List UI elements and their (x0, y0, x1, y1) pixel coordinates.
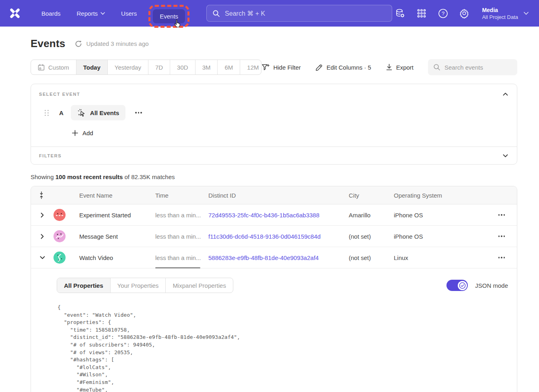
time-cell: less than a min... (155, 254, 208, 261)
date-range-30d[interactable]: 30D (170, 60, 195, 74)
json-mode-label: JSON mode (475, 282, 508, 289)
pencil-icon (315, 64, 323, 71)
time-cell: less than a min... (155, 212, 208, 219)
chevron-up-icon (503, 93, 508, 96)
table-header-row: Event Name Time Distinct ID City Operati… (31, 186, 517, 204)
check-circle-icon (459, 282, 466, 289)
os-cell: Linux (394, 254, 486, 261)
date-range-label: Yesterday (115, 64, 141, 71)
column-header-os[interactable]: Operating System (394, 192, 486, 199)
svg-text:?: ? (442, 10, 444, 17)
tab-your-properties[interactable]: Your Properties (111, 278, 166, 293)
horizontal-scrollbar-thumb[interactable] (155, 267, 200, 268)
json-mode-toggle[interactable] (446, 280, 468, 291)
date-range-control: Custom Today Yesterday 7D 30D 3M 6M 12M (31, 60, 261, 75)
distinct-id-link[interactable]: f11c30d6-dc6d-4518-9136-0d046159c84d (208, 233, 349, 240)
search-icon (433, 64, 440, 71)
apps-grid-icon[interactable] (416, 8, 427, 19)
date-range-label: 12M (247, 64, 259, 71)
date-range-label: 7D (155, 64, 163, 71)
distinct-id-link[interactable]: 72d49553-25fc-4f0c-b436-1b5ac6ab3388 (208, 212, 349, 219)
sort-icon[interactable] (31, 191, 53, 199)
mixpanel-logo-icon[interactable] (9, 7, 21, 19)
date-range-today[interactable]: Today (76, 60, 108, 74)
nav-item-label: Users (121, 10, 137, 17)
distinct-id-link[interactable]: 5886283e-e9fb-48fb-81de-40e9093a2af4 (208, 254, 349, 261)
date-range-label: Today (83, 64, 101, 71)
drag-handle[interactable] (45, 110, 49, 116)
collapse-select-event-button[interactable] (503, 93, 508, 96)
event-name-cell: Watch Video (79, 254, 155, 261)
select-event-label: SELECT EVENT (39, 92, 80, 97)
add-event-button[interactable]: Add (72, 130, 508, 136)
refresh-icon[interactable] (75, 40, 82, 47)
help-icon[interactable]: ? (438, 8, 448, 19)
plus-icon (72, 130, 78, 136)
row-more-options-icon[interactable] (496, 212, 508, 218)
expand-filters-button[interactable] (503, 154, 508, 157)
table-row-expanded[interactable]: Watch Video less than a min... 5886283e-… (31, 247, 517, 268)
event-json-view: { "event": "Watch Video", "properties": … (58, 304, 508, 392)
export-button[interactable]: Export (386, 64, 414, 71)
events-nav-highlight-annotation: Events (148, 5, 189, 28)
events-table: Event Name Time Distinct ID City Operati… (31, 186, 517, 392)
os-cell: iPhone OS (394, 212, 486, 219)
hide-filter-label: Hide Filter (273, 64, 300, 71)
hand-cursor-icon (173, 19, 182, 29)
tab-all-properties[interactable]: All Properties (57, 278, 111, 293)
event-row-letter: A (59, 109, 64, 116)
row-more-options-icon[interactable] (496, 233, 508, 239)
date-range-12m[interactable]: 12M (240, 60, 261, 74)
chevron-right-icon (41, 234, 44, 239)
expand-row-button[interactable] (31, 234, 53, 239)
edit-columns-button[interactable]: Edit Columns · 5 (315, 64, 371, 71)
date-range-yesterday[interactable]: Yesterday (108, 60, 148, 74)
table-row[interactable]: Experiment Started less than a min... 72… (31, 204, 517, 226)
time-cell: less than a min... (155, 233, 208, 240)
column-header-distinct-id[interactable]: Distinct ID (208, 192, 349, 199)
data-management-icon[interactable] (395, 8, 405, 19)
date-range-6m[interactable]: 6M (218, 60, 240, 74)
date-range-custom[interactable]: Custom (31, 60, 76, 74)
query-builder-card: SELECT EVENT A (31, 84, 517, 165)
top-navbar: Boards Reports Users Events Search ⌘ + K (0, 0, 539, 27)
event-avatar-icon (53, 252, 66, 264)
row-more-options-icon[interactable] (496, 254, 508, 261)
filter-funnel-icon (261, 64, 270, 71)
settings-gear-icon[interactable] (459, 8, 469, 19)
project-selector[interactable]: Media All Project Data (482, 6, 529, 21)
hide-filter-button[interactable]: Hide Filter (261, 64, 300, 71)
calendar-icon (38, 64, 45, 71)
date-range-7d[interactable]: 7D (148, 60, 170, 74)
column-header-time[interactable]: Time (155, 192, 208, 199)
project-scope: All Project Data (482, 14, 518, 21)
nav-item-users[interactable]: Users (115, 6, 143, 21)
table-row[interactable]: Message Sent less than a min... f11c30d6… (31, 226, 517, 247)
event-avatar-icon (53, 230, 66, 242)
nav-item-label: Boards (41, 10, 61, 17)
column-header-event-name[interactable]: Event Name (79, 192, 155, 199)
event-row-more-options-icon[interactable] (133, 109, 144, 116)
search-events-input[interactable]: Search events (428, 59, 517, 75)
expand-row-button[interactable] (31, 213, 53, 218)
nav-item-boards[interactable]: Boards (35, 6, 67, 21)
column-header-city[interactable]: City (349, 192, 394, 199)
magic-pointer-icon (77, 108, 86, 117)
date-range-label: 30D (177, 64, 188, 71)
global-search-input[interactable]: Search ⌘ + K (206, 5, 392, 22)
city-cell: (not set) (349, 254, 394, 261)
project-name: Media (482, 6, 518, 14)
tab-mixpanel-properties[interactable]: Mixpanel Properties (166, 278, 233, 293)
nav-item-reports[interactable]: Reports (71, 6, 111, 21)
event-name-cell: Experiment Started (79, 212, 155, 219)
event-name-cell: Message Sent (79, 233, 155, 240)
event-selector-pill[interactable]: All Events (71, 105, 126, 120)
collapse-row-button[interactable] (31, 256, 53, 259)
date-range-3m[interactable]: 3M (195, 60, 218, 74)
toggle-knob (458, 281, 467, 290)
last-updated-text: Updated 3 minutes ago (86, 40, 148, 47)
chevron-right-icon (41, 213, 44, 218)
nav-item-label: Reports (77, 10, 98, 17)
add-button-label: Add (82, 130, 93, 136)
date-range-label: Custom (48, 64, 69, 71)
